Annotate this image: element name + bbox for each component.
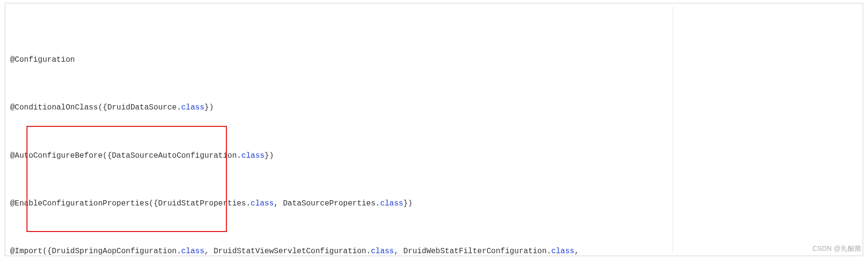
- code-line-4: @EnableConfigurationProperties({DruidSta…: [10, 198, 858, 210]
- keyword-class: class: [551, 247, 574, 256]
- code-text: }): [403, 199, 412, 208]
- code-text: @Configuration: [10, 55, 75, 64]
- code-line-1: @Configuration: [10, 54, 858, 66]
- code-line-2: @ConditionalOnClass({DruidDataSource.cla…: [10, 102, 858, 114]
- code-text: , DruidWebStatFilterConfiguration.: [394, 247, 551, 256]
- highlight-rectangle: [26, 126, 227, 232]
- vertical-separator: [672, 6, 673, 253]
- code-text: }): [264, 151, 274, 160]
- keyword-class: class: [181, 103, 204, 112]
- code-text: }): [204, 103, 213, 112]
- code-line-5: @Import({DruidSpringAopConfiguration.cla…: [10, 245, 858, 256]
- keyword-class: class: [241, 151, 264, 160]
- code-text: , DruidStatViewServletConfiguration.: [204, 247, 371, 256]
- code-text: @Import({DruidSpringAopConfiguration.: [10, 247, 181, 256]
- keyword-class: class: [371, 247, 394, 256]
- keyword-class: class: [250, 199, 274, 208]
- code-text: @ConditionalOnClass({DruidDataSource.: [10, 103, 181, 112]
- watermark-text: CSDN @丸酸菌: [812, 244, 861, 254]
- keyword-class: class: [181, 247, 204, 256]
- viewport: @Configuration @ConditionalOnClass({Drui…: [0, 0, 868, 259]
- code-line-3: @AutoConfigureBefore({DataSourceAutoConf…: [10, 150, 858, 162]
- code-text: @EnableConfigurationProperties({DruidSta…: [10, 199, 250, 208]
- code-text: ,: [574, 247, 579, 256]
- keyword-class: class: [380, 199, 403, 208]
- code-text: , DataSourceProperties.: [274, 199, 380, 208]
- code-text: @AutoConfigureBefore({DataSourceAutoConf…: [10, 151, 241, 160]
- code-container: @Configuration @ConditionalOnClass({Drui…: [5, 3, 863, 256]
